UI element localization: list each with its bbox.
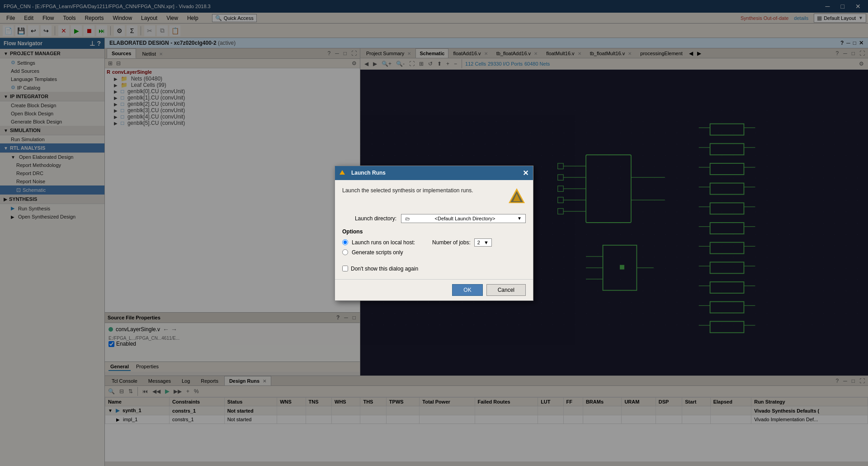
modal-radio-local-row: Launch runs on local host: Number of job… [342,238,526,247]
modal-launch-dir-value: <Default Launch Directory> [435,216,495,221]
radio-local-label: Launch runs on local host: [352,239,415,246]
modal-dropdown-arrow: ▼ [517,216,522,221]
modal-vivado-logo [508,187,526,207]
modal-launch-dir-label: Launch directory: [342,215,396,222]
modal-footer: OK Cancel [335,279,533,300]
jobs-value: 2 [477,240,480,245]
modal-jobs-dropdown[interactable]: 2 ▼ [474,238,492,247]
dont-show-checkbox[interactable] [342,266,348,271]
radio-scripts-only[interactable] [342,249,348,255]
jobs-label: Number of jobs: [432,239,471,246]
modal-description-area: Launch the selected synthesis or impleme… [342,187,526,207]
modal-radio-scripts-row: Generate scripts only [342,249,526,256]
launch-runs-dialog: Launch Runs ✕ Launch the selected synthe… [335,166,533,301]
modal-checkbox-row: Don't show this dialog again [342,266,526,272]
modal-body: Launch the selected synthesis or impleme… [335,180,533,279]
radio-scripts-label: Generate scripts only [352,249,403,256]
modal-spacer [342,258,526,264]
modal-vivado-icon [340,170,348,176]
modal-desc-text: Launch the selected synthesis or impleme… [342,187,473,194]
modal-jobs-area: Number of jobs: 2 ▼ [432,238,492,247]
modal-launch-dir-field: Launch directory: 🗁 <Default Launch Dire… [342,214,526,223]
modal-header: Launch Runs ✕ [335,166,533,180]
modal-cancel-button[interactable]: Cancel [486,284,526,296]
modal-close-button[interactable]: ✕ [523,169,528,177]
dont-show-label: Don't show this dialog again [351,266,418,272]
jobs-dropdown-arrow: ▼ [484,240,489,245]
modal-launch-dir-dropdown[interactable]: 🗁 <Default Launch Directory> ▼ [401,214,526,223]
modal-header-content: Launch Runs [340,170,386,176]
modal-ok-button[interactable]: OK [452,284,482,296]
radio-local-host[interactable] [342,239,348,245]
modal-title: Launch Runs [351,170,386,176]
modal-overlay: Launch Runs ✕ Launch the selected synthe… [0,0,868,466]
modal-options-label: Options [342,228,526,235]
